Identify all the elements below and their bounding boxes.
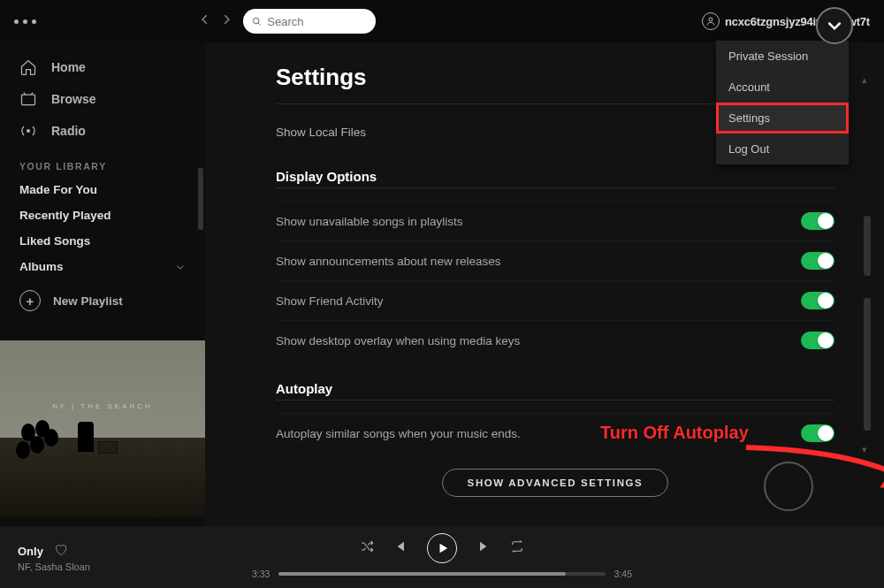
shuffle-button[interactable] [360,539,374,557]
repeat-button[interactable] [510,539,524,557]
time-total: 3:45 [614,569,632,579]
toggle-unavailable-songs[interactable] [801,212,834,230]
search-icon [252,16,262,27]
sidebar: Home Browse Radio YOUR LIBRARY Made For … [0,42,205,526]
like-button[interactable] [54,543,67,560]
next-button[interactable] [476,539,491,557]
toggle-friend-activity[interactable] [801,292,834,309]
option-label: Show desktop overlay when using media ke… [276,334,520,347]
sidebar-item-label: Browse [51,92,96,106]
library-header: YOUR LIBRARY [0,147,205,177]
menu-item-logout[interactable]: Log Out [716,134,849,164]
shuffle-icon [360,539,374,554]
skip-back-icon [393,539,408,554]
repeat-icon [510,539,524,554]
toggle-desktop-overlay[interactable] [801,332,834,349]
scroll-up-icon[interactable]: ▴ [862,74,867,86]
previous-button[interactable] [393,539,408,557]
new-playlist-button[interactable]: + New Playlist [0,279,205,322]
now-playing-title[interactable]: Only [18,545,43,558]
library-item-made-for-you[interactable]: Made For You [0,177,205,202]
progress-track[interactable] [278,572,605,576]
library-item-albums[interactable]: Albums [0,254,205,279]
svg-point-0 [253,18,259,24]
menu-item-settings[interactable]: Settings [716,103,849,134]
chevron-down-icon [826,17,843,34]
top-bar: ncxc6tzgnsjyz94ivb82kwt7t [0,0,884,42]
home-icon [19,58,37,76]
plus-icon: + [19,290,41,311]
sidebar-item-browse[interactable]: Browse [0,83,205,115]
sidebar-item-label: Home [51,60,86,74]
annotation-text: Turn Off Autoplay [600,423,749,443]
now-playing-artist[interactable]: NF, Sasha Sloan [18,561,90,572]
browse-icon [19,90,37,108]
album-tagline: NF | THE SEARCH [52,402,153,410]
option-label: Autoplay similar songs when your music e… [276,427,521,440]
menu-item-private-session[interactable]: Private Session [716,41,849,72]
progress-bar[interactable]: 3:33 3:45 [252,569,632,579]
user-icon [705,16,716,27]
heart-icon [54,543,67,556]
nav-back-button[interactable] [199,13,211,29]
section-header-display: Display Options [276,169,834,184]
show-advanced-settings-button[interactable]: SHOW ADVANCED SETTINGS [442,469,669,497]
svg-point-3 [27,129,30,133]
chevron-right-icon [220,13,232,26]
radio-icon [19,122,37,140]
sidebar-item-label: Radio [51,124,86,138]
svg-rect-2 [22,95,35,105]
sidebar-item-radio[interactable]: Radio [0,115,205,147]
option-row-autoplay: Autoplay similar songs when your music e… [276,413,834,453]
now-playing-art[interactable]: NF | THE SEARCH [0,340,205,517]
main-scrollbar[interactable]: ▴ ▾ [861,74,873,455]
menu-item-account[interactable]: Account [716,72,849,103]
option-label: Show announcements about new releases [276,255,500,268]
search-input[interactable] [267,15,367,28]
search-field[interactable] [243,9,376,34]
user-avatar[interactable] [702,12,720,30]
section-header-autoplay: Autoplay [276,381,834,396]
time-elapsed: 3:33 [252,569,270,579]
option-row: Show desktop overlay when using media ke… [276,320,834,360]
sidebar-item-home[interactable]: Home [0,51,205,83]
svg-point-1 [709,18,713,21]
library-item-liked-songs[interactable]: Liked Songs [0,228,205,254]
player-bar: Only NF, Sasha Sloan 3:33 3:45 [0,526,884,588]
option-row: Show Friend Activity [276,280,834,320]
chevron-left-icon [199,13,211,26]
library-item-recently-played[interactable]: Recently Played [0,202,205,228]
user-menu: Private Session Account Settings Log Out [716,41,849,164]
play-icon [437,542,449,554]
skip-forward-icon [476,539,491,554]
window-menu-icon[interactable] [14,19,36,24]
toggle-autoplay[interactable] [801,424,834,442]
sidebar-scrollbar[interactable] [198,168,203,230]
app-window: ncxc6tzgnsjyz94ivb82kwt7t Private Sessio… [0,0,884,588]
user-dropdown-toggle[interactable] [816,7,853,44]
option-row: Show announcements about new releases [276,241,834,280]
option-label: Show Friend Activity [276,294,384,308]
chevron-down-icon [175,262,186,272]
nav-forward-button[interactable] [220,13,232,29]
option-label: Show unavailable songs in playlists [276,215,463,228]
option-row: Show unavailable songs in playlists [276,201,834,241]
play-button[interactable] [427,533,457,563]
scroll-down-icon[interactable]: ▾ [862,444,867,455]
toggle-announcements[interactable] [801,252,834,270]
